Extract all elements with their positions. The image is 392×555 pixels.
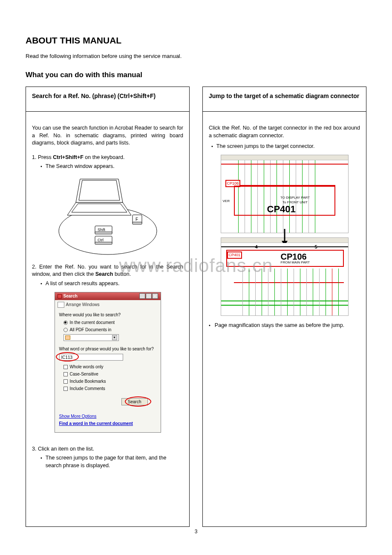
where-label: Where would you like to search? — [59, 312, 156, 318]
svg-rect-8 — [95, 232, 112, 234]
left-panel: Search for a Ref. No. (phrase) (Ctrl+Shi… — [26, 87, 190, 527]
check-case-sensitive-label: Case-Sensitive — [70, 371, 98, 377]
step1-bullet: The Search window appears. — [46, 163, 115, 171]
arrange-windows-label: Arrange Windows — [66, 302, 100, 308]
right-panel-title: Jump to the target of a schematic diagra… — [203, 87, 366, 112]
ver-label: VER — [223, 199, 230, 203]
step2-suffix: button. — [113, 271, 131, 277]
close-icon[interactable]: × — [152, 293, 158, 299]
search-input[interactable]: IC113 — [59, 354, 123, 361]
check-include-bookmarks-label: Include Bookmarks — [70, 379, 106, 384]
folder-icon — [65, 335, 70, 340]
bullet-icon: • — [209, 322, 210, 330]
right-panel: Jump to the target of a schematic diagra… — [202, 87, 366, 527]
search-window-titlebar: Search _ □ × — [55, 292, 161, 300]
right-bullet-2: Page magnification stays the same as bef… — [215, 322, 344, 330]
link-find-word[interactable]: Find a word in the current document — [59, 421, 156, 427]
right-intro: Click the Ref. No. of the target connect… — [209, 124, 360, 139]
step-1: 1. Press Ctrl+Shift+F on the keyboard. •… — [32, 154, 183, 171]
key-ctrl: Ctrl — [98, 238, 104, 242]
key-shift: Shift — [98, 228, 106, 232]
radio-all-pdf-label: All PDF Documents in — [70, 327, 112, 333]
step2-bold: Search — [95, 271, 113, 277]
search-toolbar: Arrange Windows — [55, 300, 161, 309]
check-whole-words-label: Whole words only — [70, 364, 104, 370]
page-title: ABOUT THIS MANUAL — [26, 34, 366, 46]
section-heading: What you can do with this manual — [26, 70, 366, 80]
arrange-windows-icon[interactable] — [58, 302, 64, 308]
step1-prefix: 1. Press — [32, 154, 53, 160]
key-f: F — [135, 217, 138, 222]
svg-rect-10 — [95, 242, 112, 244]
check-whole-words[interactable] — [63, 365, 68, 369]
left-intro: You can use the search function in Acrob… — [32, 124, 183, 147]
check-case-sensitive[interactable] — [63, 372, 68, 376]
step2-bullet: A list of search results appears. — [46, 280, 120, 288]
schematic-figure-bottom: CP401 4 5 CP106 FROM MAIN PART — [221, 237, 349, 316]
search-window: Search _ □ × Arrange Windows Where would… — [55, 292, 161, 433]
intro-text: Read the following information before us… — [26, 52, 366, 60]
radio-current-doc-label: In the current document — [70, 320, 115, 326]
left-panel-title: Search for a Ref. No. (phrase) (Ctrl+Shi… — [26, 87, 189, 112]
check-include-comments[interactable] — [63, 387, 68, 391]
schematic-figure-top: CP106 VER TO DISPLAY PART To FRONT UNIT … — [221, 155, 349, 233]
svg-rect-6 — [133, 222, 142, 224]
maximize-icon[interactable]: □ — [146, 293, 152, 299]
step-2: 2. Enter the Ref. No. you want to search… — [32, 263, 183, 288]
step1-keys: Ctrl+Shift+F — [53, 154, 84, 160]
radio-current-doc[interactable] — [63, 321, 68, 325]
folder-select[interactable]: ▼ — [63, 334, 119, 341]
right-bullet-1: The screen jumps to the target connector… — [216, 143, 315, 150]
svg-marker-4 — [72, 204, 127, 212]
bullet-icon: • — [40, 454, 42, 469]
check-include-comments-label: Include Comments — [70, 386, 105, 392]
what-label: What word or phrase would you like to se… — [59, 346, 156, 352]
bullet-icon: • — [40, 163, 42, 171]
search-button[interactable]: Search — [121, 398, 148, 405]
connector-redbox-bottom — [226, 250, 344, 267]
step3-bullet: The screen jumps to the page for that it… — [46, 454, 183, 469]
svg-marker-2 — [79, 180, 120, 200]
link-show-more-options[interactable]: Show More Options — [59, 413, 156, 419]
laptop-figure: F Shift Ctrl — [57, 176, 159, 257]
minimize-icon[interactable]: _ — [139, 293, 145, 299]
radio-all-pdf[interactable] — [63, 328, 68, 332]
page-number: 3 — [0, 528, 392, 535]
step3-line: 3. Click an item on the list. — [32, 445, 183, 453]
check-include-bookmarks[interactable] — [63, 379, 68, 384]
bullet-icon: • — [211, 143, 213, 150]
dropdown-arrow-icon: ▼ — [112, 335, 117, 340]
connector-redbox — [234, 186, 335, 216]
bullet-icon: • — [40, 280, 42, 288]
step1-suffix: on the keyboard. — [84, 154, 125, 160]
step-3: 3. Click an item on the list. • The scre… — [32, 445, 183, 470]
search-window-title: Search — [58, 293, 78, 299]
